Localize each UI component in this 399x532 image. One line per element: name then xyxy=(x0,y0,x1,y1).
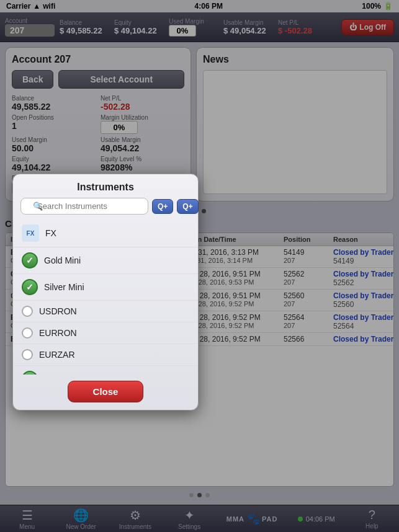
list-item[interactable]: ✓ USDHKD xyxy=(13,366,198,375)
modal-close-button[interactable]: Close xyxy=(68,381,144,402)
list-item[interactable]: EURZAR xyxy=(13,344,198,366)
checkmark-icon: ✓ xyxy=(22,371,38,375)
instruments-modal: Instruments 🔍 Q+ Q+ FX FX ✓ Gold Mini ✓ … xyxy=(12,174,199,410)
list-item[interactable]: ✓ Gold Mini xyxy=(13,247,198,274)
search-icon: 🔍 xyxy=(33,202,43,211)
radio-icon xyxy=(22,306,33,317)
modal-search-row: 🔍 Q+ Q+ xyxy=(13,198,198,219)
item-label: FX xyxy=(45,228,56,238)
item-label: USDRON xyxy=(39,306,77,316)
instruments-list: FX FX ✓ Gold Mini ✓ Silver Mini USDRON E… xyxy=(13,219,198,375)
list-item[interactable]: EURRON xyxy=(13,322,198,344)
item-label: EURZAR xyxy=(39,350,75,360)
radio-icon xyxy=(22,349,33,360)
list-item[interactable]: FX FX xyxy=(13,219,198,247)
list-item[interactable]: ✓ Silver Mini xyxy=(13,274,198,301)
item-label: Gold Mini xyxy=(44,255,81,265)
fx-icon: FX xyxy=(22,224,39,242)
q-minus-button[interactable]: Q+ xyxy=(177,199,198,214)
item-label: USDHKD xyxy=(44,374,81,375)
q-plus-button[interactable]: Q+ xyxy=(152,199,173,214)
modal-title: Instruments xyxy=(13,174,198,198)
checkmark-icon: ✓ xyxy=(22,279,38,295)
list-item[interactable]: USDRON xyxy=(13,301,198,322)
item-label: Silver Mini xyxy=(44,282,84,292)
checkmark-icon: ✓ xyxy=(22,252,38,268)
radio-icon xyxy=(22,327,33,339)
item-label: EURRON xyxy=(39,328,77,338)
